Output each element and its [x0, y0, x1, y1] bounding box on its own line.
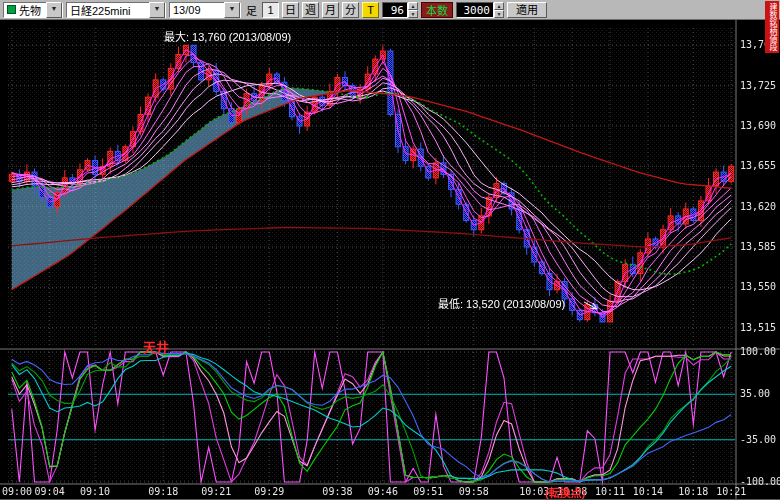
- chevron-down-icon[interactable]: ▼: [149, 2, 165, 18]
- contract-select-value: 13/09: [173, 4, 224, 16]
- contract-select[interactable]: 13/09 ▼: [169, 2, 241, 18]
- tf-1min-button[interactable]: 1: [262, 2, 279, 18]
- tf-minute-button[interactable]: 分: [342, 2, 359, 18]
- spin-down-icon[interactable]: ▼: [408, 10, 418, 18]
- symbol-select[interactable]: 日経225mini ▼: [66, 2, 166, 18]
- side-panel-tab[interactable]: 建数銘柄値段: [765, 1, 779, 53]
- spin-down-icon[interactable]: ▼: [494, 10, 504, 18]
- symbol-select-value: 日経225mini: [70, 2, 149, 18]
- chevron-down-icon[interactable]: ▼: [46, 2, 62, 18]
- chart-canvas[interactable]: [0, 20, 780, 500]
- apply-button[interactable]: 適用: [507, 2, 547, 18]
- toolbar: 先物 ▼ 日経225mini ▼ 13/09 ▼ 足 1 日 週 月 分 T 9…: [0, 0, 780, 20]
- market-icon: [7, 5, 16, 14]
- spin-up-icon[interactable]: ▲: [408, 2, 418, 10]
- tf-day-button[interactable]: 日: [282, 2, 299, 18]
- spin-up-icon[interactable]: ▲: [494, 2, 504, 10]
- market-select-value: 先物: [19, 2, 46, 18]
- tf-week-button[interactable]: 週: [302, 2, 319, 18]
- chevron-down-icon[interactable]: ▼: [224, 2, 240, 18]
- tick-count-spinner[interactable]: ▲▼: [408, 2, 418, 18]
- bars-count-spinner[interactable]: ▲▼: [494, 2, 504, 18]
- bar-type-label: 足: [244, 2, 259, 18]
- trading-chart-window: 先物 ▼ 日経225mini ▼ 13/09 ▼ 足 1 日 週 月 分 T 9…: [0, 0, 780, 500]
- market-select[interactable]: 先物 ▼: [3, 2, 63, 18]
- tick-mode-button[interactable]: T: [362, 2, 379, 18]
- tick-count-input[interactable]: 96: [382, 2, 408, 18]
- bars-count-label: 本数: [421, 2, 453, 18]
- tf-month-button[interactable]: 月: [322, 2, 339, 18]
- bars-count-input[interactable]: 3000: [456, 2, 494, 18]
